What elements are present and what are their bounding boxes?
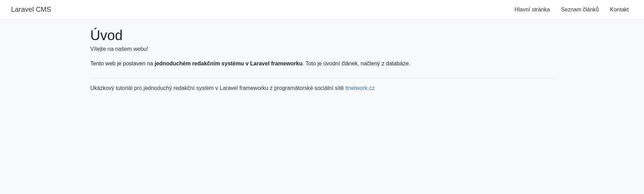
nav-link-articles[interactable]: Seznam článků: [557, 4, 603, 16]
footer-text: Ukázkový tutoriál pro jednoduchý redakčn…: [90, 85, 554, 91]
nav-link-home[interactable]: Hlavní stránka: [510, 4, 554, 16]
article-description: Vítejte na našem webu!: [90, 46, 554, 52]
nav-link-contact[interactable]: Kontakt: [606, 4, 633, 16]
main-container: Úvod Vítejte na našem webu! Tento web je…: [85, 19, 559, 100]
navbar: Laravel CMS Hlavní stránka Seznam článků…: [0, 0, 644, 19]
page-title: Úvod: [90, 28, 554, 43]
nav-item-contact: Kontakt: [606, 4, 633, 16]
nav-item-home: Hlavní stránka: [510, 4, 554, 16]
navbar-nav: Hlavní stránka Seznam článků Kontakt: [508, 4, 633, 16]
content-prefix: Tento web je postaven na: [90, 61, 155, 66]
article-content: Tento web je postaven na jednoduchém red…: [90, 61, 554, 67]
footer-prefix: Ukázkový tutoriál pro jednoduchý redakčn…: [90, 85, 345, 91]
content-suffix: . Toto je úvodní článek, načtený z datab…: [302, 61, 410, 66]
navbar-brand[interactable]: Laravel CMS: [11, 4, 51, 15]
content-strong: jednoduchém redakčním systému v Laravel …: [155, 61, 302, 66]
footer-link[interactable]: itnetwork.cz: [345, 85, 374, 91]
divider: [90, 78, 554, 78]
nav-item-articles: Seznam článků: [557, 4, 603, 16]
